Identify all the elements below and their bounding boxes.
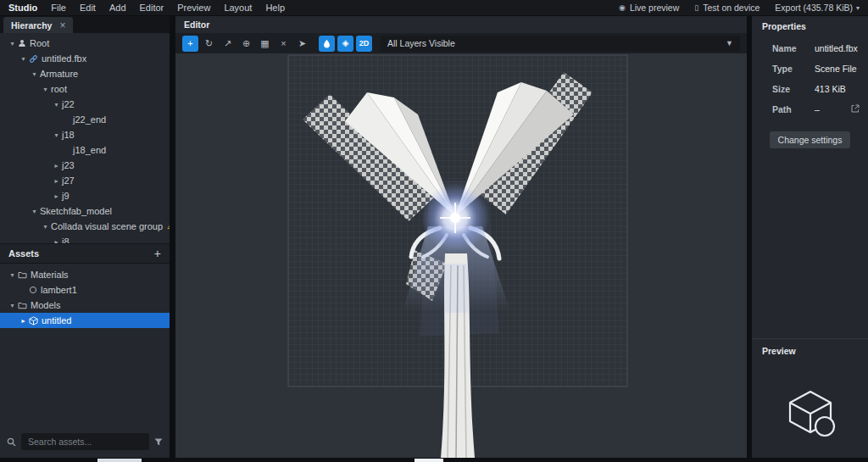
live-preview-label: Live preview: [630, 3, 679, 13]
caret-right-icon[interactable]: ▸: [51, 162, 62, 170]
property-value: Scene File: [815, 64, 860, 74]
caret-down-icon[interactable]: ▾: [29, 70, 40, 78]
tree-item[interactable]: ▾Collada visual scene group⚠: [0, 219, 170, 234]
tree-item-label: Root: [30, 38, 49, 48]
tree-item[interactable]: j18_end: [0, 142, 170, 158]
tree-item-label: Materials: [31, 270, 69, 280]
left-panel-spacer: [0, 328, 170, 432]
grid-tool-button[interactable]: ▦: [257, 36, 273, 52]
external-link-icon[interactable]: [851, 104, 860, 114]
menu-item-layout[interactable]: Layout: [217, 3, 259, 13]
tree-item[interactable]: ▾j22: [0, 97, 170, 112]
menu-item-add[interactable]: Add: [103, 3, 133, 13]
viewport[interactable]: [175, 53, 747, 458]
test-on-device-button[interactable]: ▯ Test on device: [694, 3, 760, 13]
model-stem-sliver: [415, 459, 443, 462]
chevron-down-icon: ▼: [726, 39, 733, 47]
preview-header: Preview: [752, 339, 868, 363]
change-settings-button[interactable]: Change settings: [770, 131, 851, 148]
tree-item[interactable]: ▸j9: [0, 188, 170, 203]
search-icon: [7, 437, 16, 447]
close-icon[interactable]: ×: [59, 20, 65, 31]
rotate-tool-button[interactable]: ↻: [201, 36, 217, 52]
tree-item[interactable]: ▾untitled.fbx: [0, 51, 170, 66]
caret-right-icon[interactable]: ▸: [18, 317, 29, 325]
caret-down-icon[interactable]: ▾: [51, 101, 62, 109]
export-label: Export (435.78 KiB): [775, 3, 853, 13]
tree-item[interactable]: ▸untitled: [0, 313, 170, 328]
globe-tool-button[interactable]: ⊕: [238, 36, 254, 52]
property-label: Type: [772, 64, 815, 74]
caret-down-icon[interactable]: ▾: [29, 208, 40, 215]
editor-header-label: Editor: [184, 19, 209, 30]
properties-header: Properties: [752, 16, 868, 36]
assets-header: Assets +: [0, 243, 170, 264]
menu-item-studio[interactable]: Studio: [8, 3, 44, 13]
tree-item-label: j23: [62, 160, 75, 170]
preview-section: Preview: [752, 338, 868, 458]
property-label: Name: [772, 43, 815, 53]
tree-item-label: j18_end: [73, 145, 106, 155]
editor-toolbar: +↻↗⊕▦×➤ ◈2D All Layers Visible ▼: [175, 33, 747, 53]
menu-item-edit[interactable]: Edit: [73, 3, 103, 13]
layers-dropdown[interactable]: All Layers Visible ▼: [381, 36, 740, 52]
caret-down-icon[interactable]: ▾: [40, 86, 51, 93]
assets-tree: ▾Materialslambert1▾Models▸untitled: [0, 264, 170, 328]
tab-hierarchy-label: Hierarchy: [11, 20, 52, 31]
caret-right-icon[interactable]: ▸: [51, 177, 62, 185]
tree-item[interactable]: ▾Root: [0, 36, 170, 51]
tree-item-label: j18: [62, 130, 75, 140]
property-value: 413 KiB: [815, 84, 860, 94]
tree-item[interactable]: ▸j8: [0, 234, 170, 243]
caret-down-icon[interactable]: ▾: [7, 302, 18, 309]
paint-toggle-button[interactable]: [319, 36, 335, 52]
tree-item[interactable]: ▾Sketchfab_model: [0, 203, 170, 219]
scale-tool-button[interactable]: ↗: [220, 36, 236, 52]
tree-item[interactable]: ▾j18: [0, 127, 170, 142]
tab-hierarchy[interactable]: Hierarchy ×: [3, 17, 73, 33]
assets-search-row: [0, 432, 170, 458]
tree-item-label: lambert1: [41, 285, 77, 295]
menu-item-editor[interactable]: Editor: [133, 3, 171, 13]
properties-fields: Nameuntitled.fbxTypeScene FileSize413 Ki…: [752, 36, 868, 114]
tree-item[interactable]: ▾Models: [0, 298, 170, 313]
caret-down-icon[interactable]: ▾: [7, 271, 18, 279]
tree-item[interactable]: ▾Armature: [0, 66, 170, 81]
warning-icon: ⚠: [167, 222, 170, 231]
tree-item[interactable]: ▸j27: [0, 173, 170, 188]
model-icon: [29, 316, 38, 326]
tree-item-label: Models: [31, 300, 60, 310]
property-value: –: [815, 104, 860, 114]
tree-item[interactable]: ▸j23: [0, 158, 170, 173]
export-button[interactable]: Export (435.78 KiB) ▾: [775, 3, 860, 13]
filter-icon[interactable]: [154, 438, 163, 446]
search-assets-input[interactable]: [21, 433, 149, 450]
caret-down-icon[interactable]: ▾: [7, 40, 18, 47]
tree-item[interactable]: j22_end: [0, 112, 170, 127]
menu-item-preview[interactable]: Preview: [170, 3, 217, 13]
caret-down-icon[interactable]: ▾: [51, 131, 62, 139]
live-preview-button[interactable]: ◉ Live preview: [619, 3, 679, 13]
tree-item-label: Armature: [40, 69, 78, 79]
tree-item[interactable]: lambert1: [0, 282, 170, 298]
property-label: Size: [772, 84, 815, 94]
tree-item[interactable]: ▾Materials: [0, 267, 170, 282]
navigate-tool-button[interactable]: ➤: [294, 36, 310, 52]
add-asset-button[interactable]: +: [154, 247, 161, 260]
snap-tool-button[interactable]: ×: [275, 36, 292, 52]
mode-2d-toggle-button[interactable]: 2D: [356, 36, 372, 52]
tree-item-label: j22_end: [73, 114, 106, 125]
caret-down-icon[interactable]: ▾: [40, 223, 51, 231]
magnet-toggle-button[interactable]: ◈: [337, 36, 353, 52]
tree-item[interactable]: ▾root: [0, 81, 170, 97]
left-tabbar: Hierarchy ×: [0, 16, 170, 33]
test-on-device-label: Test on device: [703, 3, 760, 13]
caret-down-icon[interactable]: ▾: [18, 55, 29, 63]
menu-item-file[interactable]: File: [44, 3, 73, 13]
caret-right-icon[interactable]: ▸: [51, 192, 62, 200]
tree-item-label: root: [51, 84, 67, 94]
editor-header: Editor: [175, 16, 747, 33]
move-tool-button[interactable]: +: [182, 36, 198, 52]
menubar-right: ◉ Live preview ▯ Test on device Export (…: [619, 3, 860, 13]
menu-item-help[interactable]: Help: [259, 3, 292, 13]
